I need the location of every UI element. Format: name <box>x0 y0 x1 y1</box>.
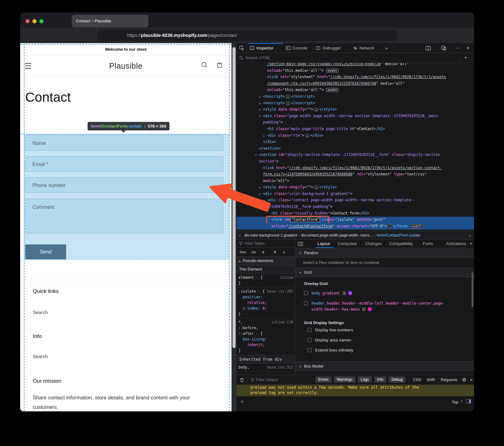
code-line[interactable]: /component-rte.css?v=6991943663851532978… <box>237 81 474 87</box>
code-line[interactable]: .isolate ∷ { <box>238 289 293 294</box>
meatball-menu-icon[interactable]: ⋯ <box>455 43 460 53</box>
dark-mode-sim-icon[interactable]: ◐ <box>283 248 286 257</box>
code-line[interactable]: </div> <box>237 139 474 146</box>
grid-section-header[interactable]: ▼Grid <box>295 268 474 277</box>
filter-info-button[interactable]: Info <box>374 376 386 383</box>
pick-element-icon[interactable] <box>239 43 244 53</box>
code-line[interactable]: ▼<section id="shopify-section-template--… <box>237 152 474 158</box>
tab-overflow-dropdown-icon[interactable]: ▼ <box>468 239 474 248</box>
twisty-icon[interactable]: ▼ <box>263 198 267 204</box>
code-line[interactable]: <link rel="stylesheet" href="//cdn.shopi… <box>237 74 474 81</box>
browser-tab[interactable]: Contact – Plausible <box>72 15 148 27</box>
twisty-icon[interactable]: ▶ <box>259 101 263 107</box>
code-line[interactable]: onload="this.media='all'"> event <box>237 87 474 94</box>
code-line[interactable]: *,inline:170 <box>238 319 293 325</box>
box-model-section-header[interactable]: ▼Box Model <box>295 361 474 371</box>
scrollbar-thumb[interactable] <box>472 272 473 307</box>
code-line[interactable]: form.css?v=12475605843249503552167456668… <box>237 171 474 178</box>
code-line[interactable]: body,base.css:312 <box>238 364 293 370</box>
search-html-input[interactable]: Search HTML <box>245 53 271 63</box>
code-line[interactable]: inherit; <box>238 342 293 348</box>
phone-field[interactable]: Phone number <box>25 177 223 193</box>
search-icon[interactable] <box>201 61 208 69</box>
url-bar[interactable]: https://plausible-8238.myshopify.com/pag… <box>98 30 397 41</box>
code-line[interactable]: media="all"> <box>237 178 474 185</box>
console-settings-gear-icon[interactable]: ⚙ <box>462 377 466 383</box>
split-editor-icon[interactable] <box>466 399 471 403</box>
pseudo-elements-header[interactable]: ▶Pseudo-elements <box>237 257 295 265</box>
three-pane-toggle-icon[interactable] <box>298 242 303 246</box>
minimize-window-button[interactable] <box>32 19 37 23</box>
code-line[interactable]: ▶<style data-shopify="">…</style> <box>237 106 474 113</box>
filter-requests-button[interactable]: Requests <box>441 375 457 385</box>
code-line[interactable]: element ∷ {inline <box>238 275 293 280</box>
send-button[interactable]: Send <box>25 244 66 260</box>
code-line[interactable]: z-index: 0; <box>238 306 293 311</box>
twisty-icon[interactable]: ▶ <box>259 94 263 100</box>
close-console-icon[interactable]: × <box>470 377 473 383</box>
tab-compatibility[interactable]: Compatibility <box>389 239 413 248</box>
tab-network[interactable]: Network <box>353 43 375 53</box>
store-name[interactable]: Plausible <box>20 61 232 71</box>
code-line[interactable]: box-sizing: <box>238 336 293 342</box>
add-rule-button[interactable]: + <box>262 248 265 257</box>
comment-field[interactable]: Comment <box>25 199 223 233</box>
grid-color-swatch[interactable] <box>368 307 372 311</box>
code-line[interactable]: position: <box>238 294 293 300</box>
checkbox[interactable] <box>304 291 308 295</box>
tab-inspector[interactable]: Inspector <box>250 43 273 53</box>
code-line[interactable]: ▼<div class="page-width page-width--narr… <box>237 113 474 120</box>
split-console-icon[interactable] <box>426 43 431 53</box>
code-line[interactable]: </section> <box>237 146 474 152</box>
code-line[interactable]: } <box>238 348 293 353</box>
tab-animations[interactable]: Animations <box>446 239 466 248</box>
tab-fonts[interactable]: Fonts <box>423 239 433 248</box>
filter-errors-button[interactable]: Errors <box>315 376 331 383</box>
code-line[interactable]: /section-main-page.css?v=848677459125201… <box>237 63 474 68</box>
checkbox[interactable] <box>307 338 312 342</box>
zoom-window-button[interactable] <box>39 19 43 23</box>
toggle-pseudo-classes-button[interactable]: :hov <box>239 248 246 257</box>
light-mode-sim-icon[interactable]: ☀ <box>273 248 277 257</box>
add-node-button[interactable]: + <box>464 53 467 63</box>
filter-logs-button[interactable]: Logs <box>358 376 372 383</box>
code-line[interactable]: } <box>238 311 293 317</box>
twisty-icon[interactable]: ▶ <box>259 107 263 113</box>
checkbox[interactable] <box>304 301 308 305</box>
flexbox-section-header[interactable]: ▼Flexbox <box>295 248 474 258</box>
more-tabs-button[interactable]: » <box>385 43 388 53</box>
twisty-icon[interactable]: ▶ <box>259 185 263 191</box>
tab-computed[interactable]: Computed <box>338 239 357 248</box>
grid-inspect-icon[interactable] <box>343 292 346 295</box>
code-line[interactable]: action="/contact#ContactForm" accept-cha… <box>237 223 474 230</box>
email-field[interactable]: Email * <box>25 156 223 172</box>
code-line[interactable]: } <box>238 280 293 286</box>
twisty-icon[interactable]: ▼ <box>255 152 259 158</box>
grid-inspect-icon[interactable] <box>362 308 365 311</box>
code-line[interactable]: ▼<div class="contact page-width page-wid… <box>237 197 474 204</box>
expand-console-icon[interactable]: » <box>241 399 243 404</box>
code-line[interactable]: 17330976293128__form-padding"> <box>237 204 474 210</box>
breadcrumb-back-icon[interactable]: ‹ <box>239 233 241 238</box>
name-field[interactable]: Name <box>25 135 223 151</box>
twisty-icon[interactable]: ▼ <box>259 192 263 197</box>
code-line[interactable]: relative; <box>238 300 293 306</box>
breadcrumb-item[interactable]: div.color-background-1.gradient <box>244 233 297 237</box>
filter-styles-input[interactable]: Filter Styles <box>245 239 265 248</box>
tab-debugger[interactable]: Debugger <box>316 43 341 53</box>
grid-color-swatch[interactable] <box>348 291 352 295</box>
code-line[interactable]: <h1 class="main-page-title page-title h0… <box>237 126 474 133</box>
code-line[interactable]: ▼<div class="color-background-1 gradient… <box>237 191 474 197</box>
twisty-icon[interactable]: ▼ <box>259 114 263 120</box>
checkbox[interactable] <box>307 328 312 332</box>
code-line[interactable]: ▶<noscript>…</noscript> <box>237 94 474 100</box>
tab-changes[interactable]: Changes <box>365 239 382 248</box>
twisty-icon[interactable]: ▶ <box>263 133 267 139</box>
filter-xhr-button[interactable]: XHR <box>427 375 435 385</box>
frame-selector[interactable]: Top <box>452 400 458 404</box>
footer-link-search[interactable]: Search <box>33 310 48 315</box>
footer-link-search-2[interactable]: Search <box>33 354 48 359</box>
cart-icon[interactable] <box>216 61 223 69</box>
checkbox[interactable] <box>307 348 312 352</box>
code-line[interactable]: ▶<div class="rte">…</div> <box>237 133 474 139</box>
